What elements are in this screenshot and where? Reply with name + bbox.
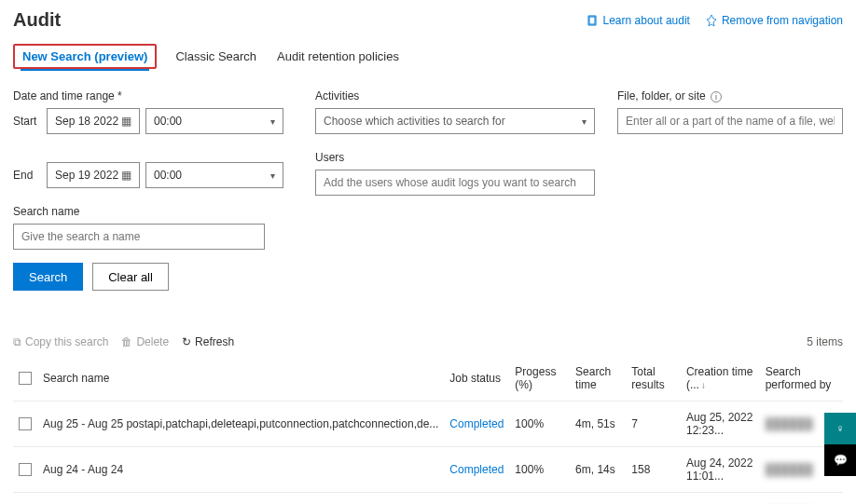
link-label: Learn about audit (603, 14, 690, 27)
start-date-value: Sep 18 2022 (55, 115, 118, 128)
cell-progress: 100% (509, 402, 570, 447)
sort-desc-icon: ↓ (701, 380, 706, 390)
feedback-button[interactable]: ♀ (824, 413, 856, 444)
chevron-down-icon: ▾ (582, 116, 587, 127)
col-total-results[interactable]: Total results (626, 356, 681, 402)
search-name-label: Search name (13, 205, 293, 218)
item-count: 5 items (807, 335, 843, 348)
tab-audit-retention[interactable]: Audit retention policies (275, 44, 401, 69)
cell-time: 6m, 14s (570, 447, 626, 493)
cell-performed: ██████ (760, 493, 843, 505)
refresh-label: Refresh (195, 335, 234, 348)
search-name-input[interactable] (13, 224, 265, 250)
chat-button[interactable]: 💬 (824, 444, 856, 476)
cell-status[interactable]: Completed (449, 463, 504, 476)
tab-classic-search[interactable]: Classic Search (173, 44, 258, 69)
tab-new-search[interactable]: New Search (preview) (21, 44, 149, 71)
cell-search-name: Aug 25 - Aug 25 postapi,patchapi,deletea… (37, 402, 444, 447)
copy-icon: ⧉ (13, 335, 21, 348)
file-col: File, folder, or site i (617, 89, 843, 291)
table-row[interactable]: Aug 25 - Aug 25 postapi,patchapi,deletea… (13, 402, 843, 447)
col-performed-by[interactable]: Search performed by (760, 356, 843, 402)
date-range-label: Date and time range * (13, 89, 293, 102)
row-checkbox[interactable] (19, 417, 32, 430)
calendar-icon: ▦ (121, 115, 131, 128)
users-input[interactable] (315, 170, 595, 196)
remove-from-nav-link[interactable]: Remove from navigation (705, 14, 843, 27)
table-row[interactable]: Aug 24 - Aug 24Completed100%6m, 14s158Au… (13, 447, 843, 493)
results-table: Search name Job status Progess (%) Searc… (13, 356, 843, 504)
chevron-down-icon: ▾ (270, 170, 275, 181)
tab-highlight-box: New Search (preview) (13, 44, 157, 69)
activities-label: Activities (315, 89, 595, 102)
tabs: New Search (preview) Classic Search Audi… (13, 44, 843, 69)
delete-label: Delete (136, 335, 169, 348)
col-search-time[interactable]: Search time (570, 356, 626, 402)
calendar-icon: ▦ (121, 169, 131, 182)
start-time-input[interactable]: 00:00 ▾ (145, 108, 283, 134)
activities-placeholder: Choose which activities to search for (324, 115, 505, 128)
lightbulb-icon: ♀ (836, 422, 845, 435)
col-search-name[interactable]: Search name (37, 356, 444, 402)
end-label: End (13, 169, 41, 182)
cell-results: 7 (626, 402, 681, 447)
start-time-value: 00:00 (154, 115, 182, 128)
table-row[interactable]: Aug 23 - Aug 23 putconnection,patchconne… (13, 493, 843, 505)
trash-icon: 🗑 (121, 335, 132, 348)
cell-progress: 100% (509, 447, 570, 493)
start-date-input[interactable]: Sep 18 2022 ▦ (47, 108, 140, 134)
refresh-icon: ↻ (182, 335, 191, 348)
info-icon: i (711, 91, 722, 102)
cell-creation: Aug 23, 2022 9:44 ... (681, 493, 760, 505)
cell-search-name: Aug 23 - Aug 23 putconnection,patchconne… (37, 493, 444, 505)
cell-creation: Aug 25, 2022 12:23... (681, 402, 760, 447)
select-all-checkbox[interactable] (19, 372, 32, 385)
refresh-button[interactable]: ↻ Refresh (182, 335, 234, 348)
chat-icon: 💬 (834, 454, 848, 467)
end-date-input[interactable]: Sep 19 2022 ▦ (47, 162, 140, 188)
activities-select[interactable]: Choose which activities to search for ▾ (315, 108, 595, 134)
cell-time: 4m, 14s (570, 493, 626, 505)
cell-creation: Aug 24, 2022 11:01... (681, 447, 760, 493)
col-progress[interactable]: Progess (%) (509, 356, 570, 402)
end-time-input[interactable]: 00:00 ▾ (145, 162, 283, 188)
cell-progress: 100% (509, 493, 570, 505)
learn-about-audit-link[interactable]: Learn about audit (587, 14, 690, 27)
cell-status[interactable]: Completed (449, 417, 504, 430)
cell-search-name: Aug 24 - Aug 24 (37, 447, 444, 493)
file-input[interactable] (617, 108, 843, 134)
cell-time: 4m, 51s (570, 402, 626, 447)
book-icon (587, 14, 600, 27)
row-checkbox[interactable] (19, 463, 32, 476)
cell-results: 0 (626, 493, 681, 505)
copy-search-button[interactable]: ⧉ Copy this search (13, 335, 108, 348)
users-label: Users (315, 151, 595, 164)
page-title: Audit (13, 9, 61, 31)
end-date-value: Sep 19 2022 (55, 169, 118, 182)
start-label: Start (13, 115, 41, 128)
link-label: Remove from navigation (722, 14, 843, 27)
cell-results: 158 (626, 447, 681, 493)
pin-remove-icon (705, 14, 718, 27)
end-time-value: 00:00 (154, 169, 182, 182)
col-creation-time[interactable]: Creation time (...↓ (681, 356, 760, 402)
clear-all-button[interactable]: Clear all (92, 263, 169, 291)
copy-label: Copy this search (25, 335, 108, 348)
chevron-down-icon: ▾ (270, 116, 275, 127)
date-time-col: Date and time range * Start Sep 18 2022 … (13, 89, 293, 291)
col-job-status[interactable]: Job status (444, 356, 509, 402)
file-label: File, folder, or site i (617, 89, 843, 102)
search-button[interactable]: Search (13, 263, 83, 291)
delete-button[interactable]: 🗑 Delete (121, 335, 169, 348)
activities-col: Activities Choose which activities to se… (315, 89, 595, 291)
